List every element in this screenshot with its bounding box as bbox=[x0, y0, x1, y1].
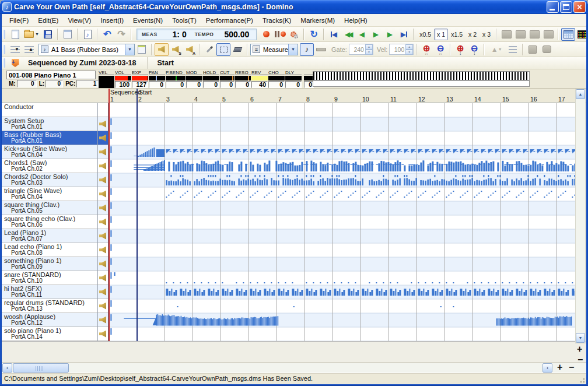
scroll-left-button[interactable]: ‹ bbox=[2, 363, 12, 373]
redo-button[interactable]: ↷ bbox=[114, 28, 128, 41]
menu-edit[interactable]: Edit(E) bbox=[33, 15, 63, 26]
close-button[interactable]: × bbox=[573, 1, 586, 13]
track-row-something-piano-1[interactable]: something (Piano 1)PortA Ch.09 bbox=[2, 257, 97, 271]
toolbar-grip[interactable] bbox=[3, 30, 5, 39]
speed-x05-button[interactable]: x0.5 bbox=[416, 29, 434, 40]
track-row-system-setup[interactable]: System SetupPortA Ch.01 bbox=[2, 117, 97, 131]
midi-setup-button[interactable]: ♪ bbox=[80, 28, 94, 41]
timeline-ruler[interactable]: Sequenced Start 123456789101112131415161… bbox=[2, 89, 586, 103]
track-speaker-cell[interactable] bbox=[98, 299, 108, 313]
undo-button[interactable]: ↶ bbox=[100, 28, 114, 41]
menu-events[interactable]: Events(N) bbox=[128, 15, 167, 26]
velocity-shape-button[interactable]: ▲▼ bbox=[487, 43, 506, 56]
vel-spinner[interactable]: 100 ▲▼ bbox=[389, 44, 414, 55]
select-tool-button[interactable] bbox=[216, 43, 230, 56]
tie-tool-button[interactable] bbox=[314, 43, 328, 56]
track-speaker-cell[interactable] bbox=[98, 327, 108, 341]
track-speaker-cell[interactable] bbox=[98, 229, 108, 243]
library-button[interactable] bbox=[540, 43, 554, 56]
rewind-button[interactable]: ◀◀ bbox=[341, 28, 355, 41]
spinner-arrows[interactable]: ▲▼ bbox=[405, 44, 413, 54]
scroll-up-button[interactable]: ▲ bbox=[576, 89, 585, 99]
controller-value[interactable]: 100 bbox=[115, 81, 131, 88]
track-speaker-cell[interactable] bbox=[98, 257, 108, 271]
track-row-kick-sub-sine-wave[interactable]: Kick+sub (Sine Wave)PortA Ch.04 bbox=[2, 145, 97, 159]
controller-cut[interactable]: CUT0 bbox=[220, 70, 235, 88]
speed-x3-button[interactable]: x 3 bbox=[480, 29, 494, 40]
disabled-tool-button-2[interactable] bbox=[513, 28, 527, 41]
note-input-button[interactable]: ♪ bbox=[300, 43, 314, 56]
zoom-out-horizontal-button[interactable]: ⊖↔ bbox=[433, 43, 447, 56]
step-forward-button[interactable]: ▶ bbox=[383, 28, 397, 41]
program-name-box[interactable]: 001-008 Piano Piano 1 bbox=[6, 71, 96, 79]
track-row-bass-rubber-bass[interactable]: Bass (Rubber Bass)PortA Ch.01 bbox=[2, 131, 97, 145]
zoom-out-vertical-button[interactable]: ⊖↕ bbox=[467, 43, 481, 56]
track-selector-combo[interactable]: ♪ A1 Bass (Rubber Bass) ▼ bbox=[38, 44, 135, 55]
horizontal-scrollbar[interactable]: ‹ › + − bbox=[2, 362, 586, 373]
pc-value[interactable]: 1 bbox=[76, 80, 99, 87]
track-speaker-cell[interactable] bbox=[98, 173, 108, 187]
controller-value[interactable]: 40 bbox=[251, 81, 268, 88]
controller-vol[interactable]: VOL100 bbox=[115, 70, 131, 88]
marker-label-sequenced[interactable]: Sequenced bbox=[110, 89, 141, 96]
track-row-hi-hat2-sfx[interactable]: hi hat2 (SFX)PortA Ch.11 bbox=[2, 285, 97, 299]
pen-tool-button[interactable] bbox=[202, 43, 216, 56]
properties-button[interactable] bbox=[61, 28, 75, 41]
track-row-chords2-doctor-solo[interactable]: Chords2 (Doctor Solo)PortA Ch.03 bbox=[2, 173, 97, 187]
track-row-solo-piano-piano-1[interactable]: solo piano (Piano 1)PortA Ch.14 bbox=[2, 327, 97, 341]
spinner-arrows[interactable]: ▲▼ bbox=[365, 44, 373, 54]
step-back-button[interactable]: ◀ bbox=[355, 28, 369, 41]
track-row-conductor[interactable]: Conductor bbox=[2, 103, 97, 117]
controller-vel[interactable]: VEL bbox=[99, 70, 114, 88]
track-speaker-cell[interactable] bbox=[98, 271, 108, 285]
go-to-start-button[interactable]: ◀ bbox=[327, 28, 341, 41]
zoom-in-horizontal-button[interactable]: ⊕↔ bbox=[419, 43, 433, 56]
horizontal-zoom-in-button[interactable]: + bbox=[557, 363, 562, 371]
all-monitor-button[interactable]: A bbox=[183, 43, 197, 56]
monitor-button[interactable] bbox=[155, 43, 169, 56]
resize-grip[interactable] bbox=[578, 376, 585, 383]
controller-value[interactable]: 0 bbox=[203, 81, 219, 88]
settings-gears-button[interactable] bbox=[287, 28, 301, 41]
menu-file[interactable]: File(F) bbox=[5, 15, 33, 26]
horizontal-scroll-thumb[interactable] bbox=[13, 363, 69, 373]
add-marker-button[interactable]: + bbox=[8, 57, 22, 69]
controller-pan[interactable]: PAN0 bbox=[149, 70, 165, 88]
fader-panel-button[interactable] bbox=[526, 43, 540, 56]
menu-performance[interactable]: Performance(P) bbox=[201, 15, 258, 26]
controller-reso[interactable]: RESO0 bbox=[235, 70, 251, 88]
menu-insert[interactable]: Insert(I) bbox=[96, 15, 128, 26]
sync-refresh-button[interactable]: ↻ bbox=[307, 28, 321, 41]
new-file-button[interactable] bbox=[8, 28, 22, 41]
menu-tracks[interactable]: Tracks(K) bbox=[258, 15, 296, 26]
track-speaker-cell[interactable] bbox=[98, 103, 108, 117]
eraser-tool-button[interactable] bbox=[230, 43, 244, 56]
disabled-tool-button-4[interactable] bbox=[541, 28, 555, 41]
controller-value[interactable]: 0 bbox=[166, 81, 186, 88]
track-speaker-cell[interactable] bbox=[98, 313, 108, 327]
controller-value[interactable]: 0 bbox=[268, 81, 285, 88]
vertical-zoom-in-button[interactable]: + bbox=[577, 345, 582, 353]
disabled-tool-button-3[interactable] bbox=[527, 28, 541, 41]
controller-pbend[interactable]: P.BEND0 bbox=[166, 70, 186, 88]
controller-value[interactable]: 0 bbox=[149, 81, 165, 88]
open-file-button[interactable]: ▼ bbox=[22, 28, 41, 41]
marker-label-start[interactable]: Start bbox=[139, 89, 152, 96]
snap-grid-combo[interactable]: ≡ Measure ▼ bbox=[250, 44, 298, 55]
toolbar-grip[interactable] bbox=[3, 58, 5, 68]
track-speaker-cell[interactable] bbox=[98, 131, 108, 145]
msb-value[interactable]: 0 bbox=[17, 80, 37, 87]
track-speaker-cell[interactable] bbox=[98, 159, 108, 173]
piano-keyboard-display[interactable] bbox=[313, 71, 530, 87]
event-lane-button[interactable] bbox=[506, 43, 520, 56]
controller-value[interactable]: 0 bbox=[220, 81, 235, 88]
controller-mod[interactable]: MOD0 bbox=[186, 70, 202, 88]
menu-tools[interactable]: Tools(T) bbox=[167, 15, 201, 26]
track-speaker-cell[interactable] bbox=[98, 145, 108, 159]
track-properties-button[interactable] bbox=[135, 43, 149, 56]
controller-value[interactable]: 0 bbox=[186, 81, 202, 88]
track-speaker-cell[interactable] bbox=[98, 243, 108, 257]
menu-view[interactable]: View(V) bbox=[63, 15, 96, 26]
controller-rev[interactable]: REV40 bbox=[251, 70, 268, 88]
controller-hold[interactable]: HOLD0 bbox=[203, 70, 219, 88]
